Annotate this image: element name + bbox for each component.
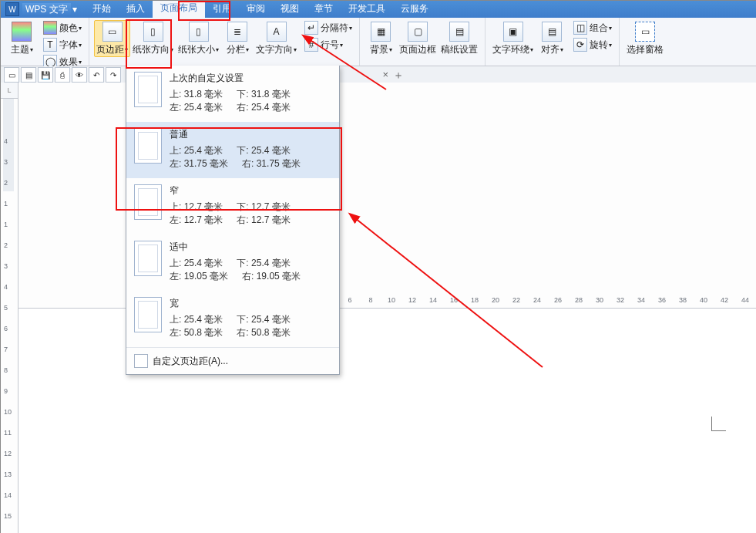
menu-tab-strip: 开始 插入 页面布局 引用 审阅 视图 章节 开发工具 云服务 xyxy=(85,1,436,18)
theme-label: 主题 xyxy=(11,43,29,56)
vertical-ruler[interactable]: 43211234567891011121314151617 xyxy=(1,99,18,533)
menu-tab-reference[interactable]: 引用 xyxy=(205,0,239,18)
orientation-icon: ▯ xyxy=(143,22,163,42)
selpane-icon: ▭ xyxy=(635,22,655,42)
menu-tab-insert[interactable]: 插入 xyxy=(119,0,153,18)
orientation-label: 纸张方向 xyxy=(133,43,170,56)
app-title-dropdown-icon[interactable]: ▾ xyxy=(71,4,79,15)
columns-label: 分栏 xyxy=(227,43,245,56)
margin-preset-title: 普通 xyxy=(170,128,331,141)
margin-button[interactable]: ▭ 页边距▾ xyxy=(94,20,130,57)
theme-icon xyxy=(12,22,32,42)
textdir-icon: A xyxy=(267,22,287,42)
wrap-label: 文字环绕 xyxy=(492,43,529,56)
margin-thumb-icon xyxy=(134,184,162,220)
color-button[interactable]: 颜色▾ xyxy=(41,20,84,35)
theme-button[interactable]: 主题▾ xyxy=(5,20,38,56)
rotate-icon: ⟳ xyxy=(573,38,587,52)
quick-access-toolbar: ▭ ▤ 💾 ⎙ 👁 ↶ ↷ × ＋ xyxy=(1,66,756,84)
selpane-button[interactable]: ▭ 选择窗格 xyxy=(624,20,666,56)
columns-icon: ≣ xyxy=(227,22,247,42)
margin-dropdown: 上次的自定义设置 上: 31.8 毫米下: 31.8 毫米 左: 25.4 毫米… xyxy=(126,66,340,375)
qat-print-icon[interactable]: ⎙ xyxy=(55,67,70,83)
margin-preset-wide[interactable]: 宽 上: 25.4 毫米下: 25.4 毫米 左: 50.8 毫米右: 50.8… xyxy=(126,291,339,347)
ribbon-group-select: ▭ 选择窗格 xyxy=(620,18,670,66)
breaks-label: 分隔符 xyxy=(321,22,348,35)
margin-icon: ▭ xyxy=(102,22,123,42)
ribbon-group-theme: 主题▾ 颜色▾ T字体▾ ◯效果▾ xyxy=(1,18,89,66)
linenum-icon: # xyxy=(304,38,318,52)
margin-preset-title: 窄 xyxy=(170,184,331,197)
align-button[interactable]: ▤ 对齐▾ xyxy=(536,20,568,56)
qat-new-icon[interactable]: ▭ xyxy=(4,67,19,83)
manuscript-button[interactable]: ▤ 稿纸设置 xyxy=(438,20,480,56)
titlebar: W WPS 文字 ▾ 开始 插入 页面布局 引用 审阅 视图 章节 开发工具 云… xyxy=(1,1,756,18)
pageborder-button[interactable]: ▢ 页面边框 xyxy=(397,20,438,56)
background-button[interactable]: ▦ 背景▾ xyxy=(365,20,397,56)
margin-preset-title: 宽 xyxy=(170,297,331,310)
qat-open-icon[interactable]: ▤ xyxy=(21,67,36,83)
qat-save-icon[interactable]: 💾 xyxy=(38,67,53,83)
menu-tab-home[interactable]: 开始 xyxy=(85,0,119,18)
pageborder-icon: ▢ xyxy=(408,22,428,42)
ribbon-group-arrange: ▣ 文字环绕▾ ▤ 对齐▾ ◫组合▾ ⟳旋转▾ xyxy=(486,18,620,66)
background-icon: ▦ xyxy=(371,22,391,42)
ribbon-group-background: ▦ 背景▾ ▢ 页面边框 ▤ 稿纸设置 xyxy=(360,18,486,66)
margin-thumb-icon xyxy=(134,128,162,164)
orientation-button[interactable]: ▯ 纸张方向▾ xyxy=(130,20,176,56)
wrap-icon: ▣ xyxy=(503,22,523,42)
linenum-label: 行号 xyxy=(321,39,339,52)
rotate-label: 旋转 xyxy=(590,39,608,52)
size-icon: ▯ xyxy=(189,22,209,42)
workspace: L 43211234567891011121314151617 68101214… xyxy=(1,83,756,533)
page-corner-mark xyxy=(711,417,726,431)
menu-tab-view[interactable]: 视图 xyxy=(273,0,307,18)
margin-thumb-icon xyxy=(134,297,162,332)
selpane-label: 选择窗格 xyxy=(627,43,664,56)
menu-tab-pagelayout[interactable]: 页面布局 xyxy=(153,0,205,18)
wrap-button[interactable]: ▣ 文字环绕▾ xyxy=(490,20,536,56)
pageborder-label: 页面边框 xyxy=(399,43,436,56)
margin-preset-last[interactable]: 上次的自定义设置 上: 31.8 毫米下: 31.8 毫米 左: 25.4 毫米… xyxy=(126,66,339,122)
group-label: 组合 xyxy=(590,22,608,35)
margin-preset-moderate[interactable]: 适中 上: 25.4 毫米下: 25.4 毫米 左: 19.05 毫米右: 19… xyxy=(126,234,339,291)
margin-label: 页边距 xyxy=(96,43,124,56)
qat-redo-icon[interactable]: ↷ xyxy=(106,67,121,83)
margin-custom-icon xyxy=(134,354,148,368)
breaks-button[interactable]: ↵分隔符▾ xyxy=(302,20,354,35)
app-window: W WPS 文字 ▾ 开始 插入 页面布局 引用 审阅 视图 章节 开发工具 云… xyxy=(0,0,756,533)
margin-custom-label: 自定义页边距(A)... xyxy=(153,355,228,368)
size-label: 纸张大小 xyxy=(178,43,215,56)
align-icon: ▤ xyxy=(542,22,562,42)
size-button[interactable]: ▯ 纸张大小▾ xyxy=(176,20,221,56)
manuscript-icon: ▤ xyxy=(449,22,469,42)
textdir-button[interactable]: A 文字方向▾ xyxy=(254,20,299,56)
ribbon-group-pagesetup: ▭ 页边距▾ ▯ 纸张方向▾ ▯ 纸张大小▾ ≣ 分栏▾ A 文字方向▾ ↵分隔… xyxy=(89,18,360,66)
group-button[interactable]: ◫组合▾ xyxy=(571,20,614,35)
qat-preview-icon[interactable]: 👁 xyxy=(72,67,87,83)
menu-tab-chapter[interactable]: 章节 xyxy=(307,0,341,18)
margin-custom[interactable]: 自定义页边距(A)... xyxy=(126,347,339,374)
color-icon xyxy=(43,21,57,35)
app-logo-icon: W xyxy=(5,2,19,16)
margin-preset-title: 适中 xyxy=(170,241,331,254)
font-button[interactable]: T字体▾ xyxy=(41,37,84,52)
margin-preset-narrow[interactable]: 窄 上: 12.7 毫米下: 12.7 毫米 左: 12.7 毫米右: 12.7… xyxy=(126,178,339,234)
linenum-button[interactable]: #行号▾ xyxy=(302,37,354,52)
margin-thumb-icon xyxy=(134,241,162,276)
align-label: 对齐 xyxy=(541,43,559,56)
doc-tab-close-icon[interactable]: × xyxy=(382,69,388,80)
rotate-button[interactable]: ⟳旋转▾ xyxy=(571,37,614,52)
qat-undo-icon[interactable]: ↶ xyxy=(89,67,104,83)
menu-tab-cloud[interactable]: 云服务 xyxy=(393,0,436,18)
menu-tab-review[interactable]: 审阅 xyxy=(239,0,273,18)
font-label: 字体 xyxy=(59,39,78,52)
background-label: 背景 xyxy=(370,43,388,56)
textdir-label: 文字方向 xyxy=(256,43,293,56)
columns-button[interactable]: ≣ 分栏▾ xyxy=(221,20,254,56)
margin-preset-normal[interactable]: 普通 上: 25.4 毫米下: 25.4 毫米 左: 31.75 毫米右: 31… xyxy=(126,122,339,178)
menu-tab-devtools[interactable]: 开发工具 xyxy=(341,0,393,18)
doc-tab-add-icon[interactable]: ＋ xyxy=(393,69,404,83)
manuscript-label: 稿纸设置 xyxy=(441,43,478,56)
breaks-icon: ↵ xyxy=(304,21,318,35)
